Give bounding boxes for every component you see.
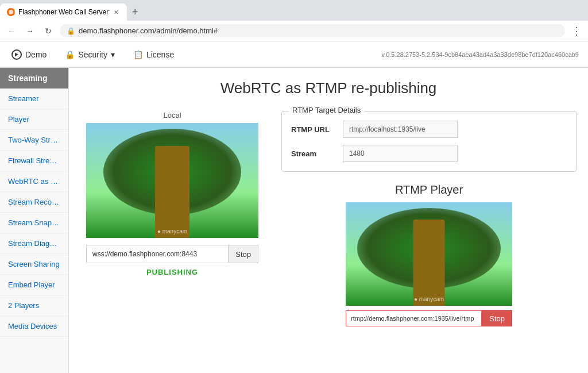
stream-controls: Stop bbox=[86, 245, 258, 263]
nav-license[interactable]: 📋 License bbox=[131, 45, 176, 64]
page-title: WebRTC as RTMP re-publishing bbox=[80, 79, 577, 97]
sidebar-item-embed-player[interactable]: Embed Player bbox=[0, 275, 68, 295]
tab-bar: Flashphoner Web Call Server ✕ + bbox=[0, 0, 588, 21]
back-button[interactable]: ← bbox=[5, 24, 18, 38]
rtmp-tree-trunk bbox=[413, 220, 445, 306]
stream-label: Stream bbox=[291, 149, 343, 158]
rtmp-player-controls: Stop bbox=[346, 310, 512, 326]
rtmp-target-details-box: RTMP Target Details RTMP URL Stream bbox=[281, 111, 577, 172]
rtmp-url-input[interactable] bbox=[343, 121, 458, 138]
chevron-down-icon: ▾ bbox=[111, 50, 115, 59]
sidebar-item-diagnos[interactable]: Stream Diagnos bbox=[0, 233, 68, 254]
url-text: demo.flashphoner.com/admin/demo.html# bbox=[79, 26, 218, 35]
sidebar-item-snapshot[interactable]: Stream Snapsho bbox=[0, 213, 68, 233]
app-container: ▶ Demo 🔒 Security ▾ 📋 License v.0.5.28.2… bbox=[0, 41, 588, 373]
two-column-layout: Local ● manycam Stop PUBLISHI bbox=[80, 111, 577, 326]
svg-point-0 bbox=[9, 10, 13, 14]
nav-security[interactable]: 🔒 Security ▾ bbox=[63, 45, 117, 64]
rtmp-url-row: RTMP URL bbox=[291, 121, 567, 138]
rtmp-player-title: RTMP Player bbox=[281, 183, 577, 197]
tab-favicon bbox=[7, 8, 15, 16]
tab-close-button[interactable]: ✕ bbox=[112, 8, 120, 16]
sidebar-item-recording[interactable]: Stream Recordin bbox=[0, 192, 68, 213]
rtmp-stop-button[interactable]: Stop bbox=[482, 310, 512, 326]
publishing-status: PUBLISHING bbox=[80, 268, 264, 276]
stream-row: Stream bbox=[291, 145, 567, 162]
sidebar-item-firewall[interactable]: Firewall Streami bbox=[0, 151, 68, 171]
local-video: ● manycam bbox=[86, 123, 258, 238]
sidebar-item-streamer[interactable]: Streamer bbox=[0, 89, 68, 109]
top-nav: ▶ Demo 🔒 Security ▾ 📋 License v.0.5.28.2… bbox=[0, 41, 588, 68]
address-bar: ← → ↻ 🔒 demo.flashphoner.com/admin/demo.… bbox=[0, 21, 588, 41]
rtmp-video-bg: ● manycam bbox=[346, 202, 512, 306]
sidebar-item-webrtc-rtm[interactable]: WebRTC as RTM bbox=[0, 171, 68, 192]
rtmp-video: ● manycam bbox=[346, 202, 512, 306]
nav-security-label: Security bbox=[78, 50, 107, 59]
rtmp-player-url-input[interactable] bbox=[346, 310, 482, 326]
sidebar-item-media-devices[interactable]: Media Devices bbox=[0, 316, 68, 337]
rtmp-video-watermark: ● manycam bbox=[414, 296, 444, 302]
video-background bbox=[86, 123, 258, 238]
sidebar-item-player[interactable]: Player bbox=[0, 109, 68, 130]
nav-demo-label: Demo bbox=[25, 50, 47, 59]
rtmp-box-title: RTMP Target Details bbox=[289, 106, 364, 114]
video-watermark: ● manycam bbox=[157, 228, 187, 234]
url-bar[interactable]: 🔒 demo.flashphoner.com/admin/demo.html# bbox=[60, 24, 565, 37]
browser-chrome: Flashphoner Web Call Server ✕ + ← → ↻ 🔒 … bbox=[0, 0, 588, 41]
stream-input[interactable] bbox=[343, 145, 458, 162]
new-tab-button[interactable]: + bbox=[127, 4, 143, 20]
lock-icon: 🔒 bbox=[67, 27, 75, 35]
top-nav-left: ▶ Demo 🔒 Security ▾ 📋 License bbox=[9, 45, 176, 64]
license-icon: 📋 bbox=[133, 50, 143, 59]
sidebar-header: Streaming bbox=[0, 68, 68, 89]
refresh-button[interactable]: ↻ bbox=[41, 24, 55, 38]
play-icon: ▶ bbox=[11, 49, 22, 60]
rtmp-url-label: RTMP URL bbox=[291, 125, 343, 134]
page-content: WebRTC as RTMP re-publishing Local ● man… bbox=[69, 68, 588, 373]
menu-button[interactable]: ⋮ bbox=[570, 24, 583, 38]
active-tab[interactable]: Flashphoner Web Call Server ✕ bbox=[0, 3, 127, 21]
stream-url-input[interactable] bbox=[86, 245, 228, 263]
tab-title: Flashphoner Web Call Server bbox=[18, 8, 109, 16]
sidebar-item-two-way[interactable]: Two-Way Streaming bbox=[0, 130, 68, 151]
nav-license-label: License bbox=[146, 50, 174, 59]
tree-trunk bbox=[155, 146, 189, 238]
sidebar: Streaming Streamer Player Two-Way Stream… bbox=[0, 68, 69, 373]
rtmp-column: RTMP Target Details RTMP URL Stream RTMP… bbox=[281, 111, 577, 326]
security-icon: 🔒 bbox=[65, 50, 75, 59]
main-area: Streaming Streamer Player Two-Way Stream… bbox=[0, 68, 588, 373]
sidebar-item-screen-sharing[interactable]: Screen Sharing bbox=[0, 254, 68, 275]
sidebar-item-2-players[interactable]: 2 Players bbox=[0, 295, 68, 316]
local-label: Local bbox=[80, 111, 264, 120]
local-video-column: Local ● manycam Stop PUBLISHI bbox=[80, 111, 264, 326]
stop-button[interactable]: Stop bbox=[228, 245, 258, 263]
nav-demo[interactable]: ▶ Demo bbox=[9, 45, 49, 64]
forward-button[interactable]: → bbox=[23, 24, 37, 38]
version-text: v.0.5.28.2753-5.2.534-9cb84aea43ad4a3a33… bbox=[381, 51, 579, 58]
